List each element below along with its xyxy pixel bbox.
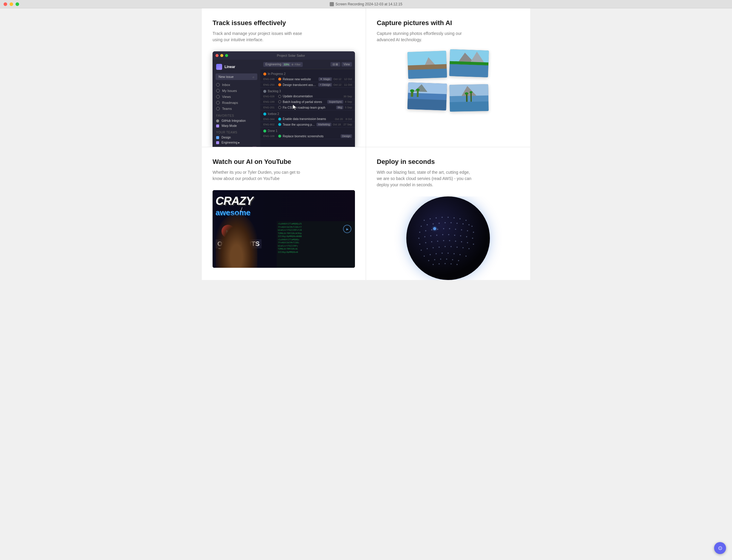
svg-point-42 <box>456 223 458 224</box>
views-icon <box>216 95 220 99</box>
in-progress-section: In Progress 2 <box>260 70 355 76</box>
favorites-section-label: Favorites <box>213 112 260 118</box>
svg-point-60 <box>442 234 443 235</box>
svg-point-35 <box>465 220 467 221</box>
video-play-overlay[interactable]: ▶ <box>343 225 351 233</box>
minimize-button[interactable] <box>10 2 13 6</box>
track-issues-card: Track issues effectively Track and manag… <box>202 8 366 147</box>
search-icon: ⌕ <box>253 75 254 79</box>
fullscreen-button[interactable] <box>16 2 19 6</box>
capture-ai-title: Capture pictures with AI <box>377 19 519 27</box>
teams-icon <box>216 107 220 110</box>
in-progress-icon <box>263 73 266 76</box>
svg-point-64 <box>466 236 467 237</box>
svg-point-56 <box>418 238 419 239</box>
svg-point-43 <box>462 223 464 224</box>
app-close-icon <box>216 54 219 57</box>
youtube-desc: Whether its you or Tyler Durden, you can… <box>213 169 308 182</box>
done-icon <box>263 130 266 133</box>
svg-point-79 <box>439 247 440 248</box>
sidebar-item-teams[interactable]: Teams <box>213 106 260 112</box>
svg-point-49 <box>437 229 438 230</box>
sidebar-app-name: Linear <box>224 65 235 69</box>
status-icon <box>278 106 281 109</box>
view-toggle[interactable]: ⊟ ⊠ <box>330 62 340 67</box>
svg-point-67 <box>425 242 426 243</box>
app-minimize-icon <box>220 54 223 57</box>
svg-point-85 <box>424 256 425 257</box>
svg-point-91 <box>459 254 461 255</box>
svg-point-59 <box>436 235 437 236</box>
svg-point-84 <box>468 248 470 249</box>
table-row[interactable]: ENG-250 Design translucent assets + Desi… <box>260 82 355 88</box>
sidebar-item-views[interactable]: Views <box>213 94 260 100</box>
sidebar-header: Linear <box>213 62 260 72</box>
sidebar-item-inbox[interactable]: Inbox <box>213 82 260 88</box>
svg-point-78 <box>433 247 434 248</box>
svg-point-29 <box>430 218 431 219</box>
svg-point-89 <box>447 253 449 254</box>
table-row[interactable]: ENG-248 Release new website ✦ Magic Oct … <box>260 76 355 82</box>
table-row[interactable]: ENG-109 Replace biometric screenshots De… <box>260 133 355 139</box>
status-icon <box>278 118 281 121</box>
sidebar-item-roadmaps[interactable]: Roadmaps <box>213 100 260 106</box>
svg-point-63 <box>460 235 461 236</box>
svg-point-71 <box>449 240 450 241</box>
svg-point-41 <box>450 222 452 223</box>
app-sidebar: Linear New issue ⌕ Inbox My Issues <box>213 60 260 147</box>
svg-point-72 <box>455 241 456 242</box>
svg-point-44 <box>468 224 470 225</box>
bottom-grid: Watch our AI on YouTube Whether its you … <box>202 147 530 280</box>
photo-row-bottom <box>377 83 519 110</box>
status-icon <box>278 100 281 103</box>
svg-point-31 <box>442 217 443 218</box>
svg-point-81 <box>450 246 452 247</box>
engineering-filter[interactable]: Engineering 33% ⊕ Filter <box>263 62 303 67</box>
photo-1 <box>407 51 447 79</box>
table-row[interactable]: ENG-199 Batch loading of partial stores … <box>260 99 355 105</box>
svg-point-73 <box>461 241 462 242</box>
svg-point-65 <box>472 238 473 239</box>
table-row[interactable]: ENG-201 Fix CSS in roadmap team graph 8k… <box>260 105 355 110</box>
floating-icon: ⊙ <box>718 545 722 551</box>
svg-point-53 <box>461 229 462 230</box>
svg-point-52 <box>455 229 456 230</box>
sidebar-item-design[interactable]: Design <box>213 135 260 140</box>
linear-app-screenshot: Project Solar Sailor Linear New issue ⌕ <box>213 51 355 147</box>
table-row[interactable]: ENG-344 Enable data transmission beams O… <box>260 116 355 122</box>
sidebar-item-engineering[interactable]: Engineering ▸ <box>213 140 260 145</box>
svg-point-87 <box>436 253 437 254</box>
close-button[interactable] <box>4 2 7 6</box>
deploy-desc: With our blazing fast, state of the art,… <box>377 169 472 188</box>
view-options[interactable]: View <box>342 62 352 67</box>
svg-point-51 <box>449 228 450 229</box>
sidebar-item-triage[interactable]: Triage 2 <box>213 145 260 147</box>
video-thumbnail[interactable]: CRAZY ↓ awesome ▶ hover C OMPONENTS <box>213 190 355 268</box>
play-overlay-icon: ▶ <box>346 227 349 231</box>
sidebar-item-warp[interactable]: Warp Mode <box>213 123 260 128</box>
sidebar-item-my-issues[interactable]: My Issues <box>213 88 260 94</box>
table-row[interactable]: ENG-802 Tease the upcoming product relea… <box>260 122 355 127</box>
svg-point-77 <box>427 248 428 249</box>
svg-point-103 <box>456 264 458 265</box>
youtube-card: Watch our AI on YouTube Whether its you … <box>202 147 366 280</box>
new-issue-button[interactable]: New issue ⌕ <box>216 73 257 80</box>
crazy-text: CRAZY <box>216 195 253 207</box>
engineering-team-icon <box>216 141 219 144</box>
svg-point-30 <box>436 217 437 219</box>
svg-point-98 <box>458 260 459 261</box>
svg-rect-21 <box>466 93 468 102</box>
svg-point-58 <box>430 235 431 236</box>
video-background: CRAZY ↓ awesome ▶ hover C OMPONENTS <box>213 190 355 268</box>
svg-point-61 <box>448 234 449 235</box>
svg-point-93 <box>428 260 429 261</box>
page-content: Track issues effectively Track and manag… <box>202 8 530 280</box>
svg-point-94 <box>434 259 435 260</box>
sidebar-item-github[interactable]: GitHub Integration <box>213 118 260 123</box>
table-row[interactable]: ENG-028 Update documentation 30 Sep <box>260 94 355 99</box>
top-grid: Track issues effectively Track and manag… <box>202 8 530 147</box>
svg-point-83 <box>462 247 464 248</box>
svg-point-69 <box>437 241 438 242</box>
floating-action-button[interactable]: ⊙ <box>714 542 726 554</box>
beach-photo-1 <box>407 51 447 79</box>
